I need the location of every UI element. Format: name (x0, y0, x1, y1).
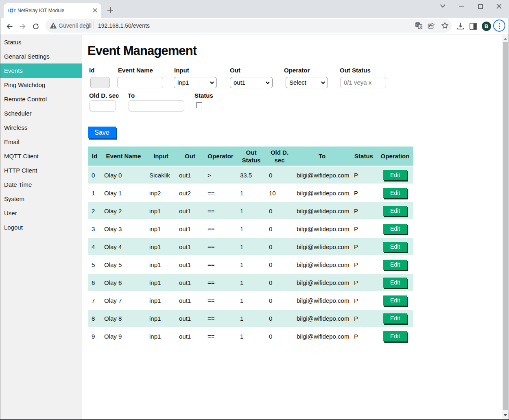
svg-text:I: I (8, 8, 9, 13)
svg-text:O: O (10, 8, 13, 13)
svg-text:文: 文 (419, 25, 422, 29)
svg-text:T: T (13, 8, 16, 13)
